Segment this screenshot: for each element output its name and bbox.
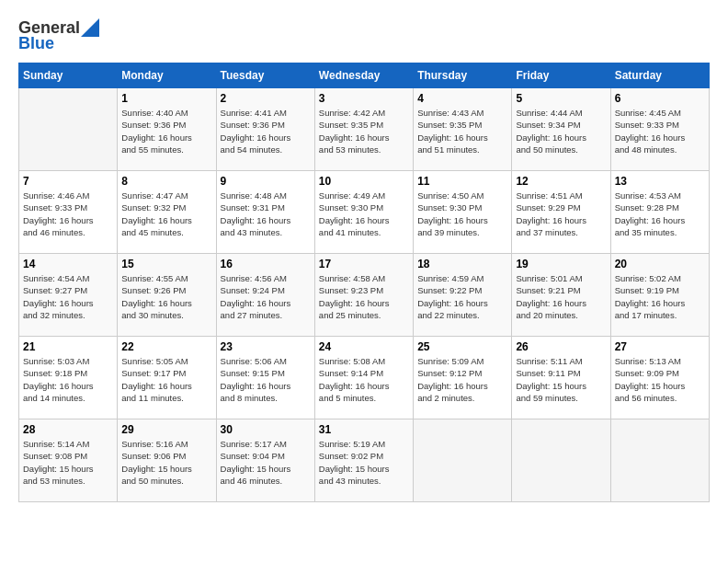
header: General Blue (18, 18, 710, 53)
day-info: Sunrise: 4:58 AM Sunset: 9:23 PM Dayligh… (319, 272, 409, 321)
day-number: 11 (417, 175, 507, 188)
header-day-friday: Friday (512, 63, 610, 88)
calendar-cell: 29Sunrise: 5:16 AM Sunset: 9:06 PM Dayli… (118, 419, 216, 502)
day-info: Sunrise: 5:14 AM Sunset: 9:08 PM Dayligh… (23, 438, 113, 487)
calendar-cell: 31Sunrise: 5:19 AM Sunset: 9:02 PM Dayli… (314, 419, 413, 502)
day-info: Sunrise: 5:08 AM Sunset: 9:14 PM Dayligh… (319, 355, 409, 404)
day-number: 5 (516, 92, 606, 105)
day-number: 23 (221, 340, 311, 353)
calendar-cell: 10Sunrise: 4:49 AM Sunset: 9:30 PM Dayli… (314, 171, 413, 254)
week-row-3: 14Sunrise: 4:54 AM Sunset: 9:27 PM Dayli… (19, 254, 710, 337)
calendar-table: SundayMondayTuesdayWednesdayThursdayFrid… (18, 63, 710, 502)
calendar-cell (19, 88, 118, 171)
day-info: Sunrise: 4:55 AM Sunset: 9:26 PM Dayligh… (121, 272, 211, 321)
day-number: 17 (319, 258, 409, 270)
week-row-5: 28Sunrise: 5:14 AM Sunset: 9:08 PM Dayli… (19, 419, 710, 502)
calendar-cell: 6Sunrise: 4:45 AM Sunset: 9:33 PM Daylig… (610, 88, 709, 171)
day-info: Sunrise: 5:17 AM Sunset: 9:04 PM Dayligh… (221, 438, 311, 487)
calendar-header: SundayMondayTuesdayWednesdayThursdayFrid… (19, 63, 710, 88)
day-info: Sunrise: 4:43 AM Sunset: 9:35 PM Dayligh… (417, 107, 507, 155)
calendar-cell: 15Sunrise: 4:55 AM Sunset: 9:26 PM Dayli… (118, 254, 216, 337)
calendar-cell: 22Sunrise: 5:05 AM Sunset: 9:17 PM Dayli… (118, 337, 216, 419)
calendar-cell: 24Sunrise: 5:08 AM Sunset: 9:14 PM Dayli… (314, 337, 413, 419)
day-number: 7 (23, 175, 113, 188)
calendar-cell (512, 419, 610, 502)
calendar-cell: 18Sunrise: 4:59 AM Sunset: 9:22 PM Dayli… (414, 254, 512, 337)
calendar-cell: 23Sunrise: 5:06 AM Sunset: 9:15 PM Dayli… (216, 337, 314, 419)
calendar-cell: 17Sunrise: 4:58 AM Sunset: 9:23 PM Dayli… (314, 254, 413, 337)
day-number: 19 (516, 258, 606, 270)
day-number: 20 (615, 258, 705, 270)
day-number: 27 (615, 340, 705, 353)
day-number: 29 (121, 423, 211, 436)
day-number: 4 (417, 92, 507, 105)
day-number: 15 (121, 258, 211, 270)
day-info: Sunrise: 5:19 AM Sunset: 9:02 PM Dayligh… (319, 438, 409, 487)
logo: General Blue (18, 18, 99, 53)
day-info: Sunrise: 4:44 AM Sunset: 9:34 PM Dayligh… (516, 107, 606, 155)
day-info: Sunrise: 4:53 AM Sunset: 9:28 PM Dayligh… (615, 190, 705, 238)
day-info: Sunrise: 4:46 AM Sunset: 9:33 PM Dayligh… (23, 190, 113, 238)
calendar-cell: 27Sunrise: 5:13 AM Sunset: 9:09 PM Dayli… (610, 337, 709, 419)
calendar-body: 1Sunrise: 4:40 AM Sunset: 9:36 PM Daylig… (19, 88, 710, 502)
calendar-cell: 19Sunrise: 5:01 AM Sunset: 9:21 PM Dayli… (512, 254, 610, 337)
calendar-cell: 8Sunrise: 4:47 AM Sunset: 9:32 PM Daylig… (118, 171, 216, 254)
calendar-cell: 28Sunrise: 5:14 AM Sunset: 9:08 PM Dayli… (19, 419, 118, 502)
day-info: Sunrise: 4:48 AM Sunset: 9:31 PM Dayligh… (221, 190, 311, 238)
day-info: Sunrise: 4:41 AM Sunset: 9:36 PM Dayligh… (221, 107, 311, 155)
day-number: 21 (23, 340, 113, 353)
day-info: Sunrise: 5:09 AM Sunset: 9:12 PM Dayligh… (417, 355, 507, 404)
day-info: Sunrise: 4:42 AM Sunset: 9:35 PM Dayligh… (319, 107, 409, 155)
calendar-cell (610, 419, 709, 502)
day-info: Sunrise: 4:56 AM Sunset: 9:24 PM Dayligh… (221, 272, 311, 321)
day-number: 12 (516, 175, 606, 188)
calendar-cell: 12Sunrise: 4:51 AM Sunset: 9:29 PM Dayli… (512, 171, 610, 254)
header-day-tuesday: Tuesday (216, 63, 314, 88)
calendar-cell: 14Sunrise: 4:54 AM Sunset: 9:27 PM Dayli… (19, 254, 118, 337)
day-info: Sunrise: 5:16 AM Sunset: 9:06 PM Dayligh… (121, 438, 211, 487)
day-info: Sunrise: 4:54 AM Sunset: 9:27 PM Dayligh… (23, 272, 113, 321)
day-info: Sunrise: 4:51 AM Sunset: 9:29 PM Dayligh… (516, 190, 606, 238)
day-number: 18 (417, 258, 507, 270)
day-number: 26 (516, 340, 606, 353)
calendar-cell: 3Sunrise: 4:42 AM Sunset: 9:35 PM Daylig… (314, 88, 413, 171)
calendar-cell: 2Sunrise: 4:41 AM Sunset: 9:36 PM Daylig… (216, 88, 314, 171)
calendar-cell: 30Sunrise: 5:17 AM Sunset: 9:04 PM Dayli… (216, 419, 314, 502)
header-day-saturday: Saturday (610, 63, 709, 88)
day-info: Sunrise: 4:45 AM Sunset: 9:33 PM Dayligh… (615, 107, 705, 155)
header-day-thursday: Thursday (414, 63, 512, 88)
calendar-cell (414, 419, 512, 502)
header-day-sunday: Sunday (19, 63, 118, 88)
day-number: 25 (417, 340, 507, 353)
day-info: Sunrise: 5:11 AM Sunset: 9:11 PM Dayligh… (516, 355, 606, 404)
day-number: 13 (615, 175, 705, 188)
day-info: Sunrise: 4:40 AM Sunset: 9:36 PM Dayligh… (121, 107, 211, 155)
day-info: Sunrise: 4:59 AM Sunset: 9:22 PM Dayligh… (417, 272, 507, 321)
calendar-cell: 26Sunrise: 5:11 AM Sunset: 9:11 PM Dayli… (512, 337, 610, 419)
day-number: 24 (319, 340, 409, 353)
day-number: 3 (319, 92, 409, 105)
week-row-2: 7Sunrise: 4:46 AM Sunset: 9:33 PM Daylig… (19, 171, 710, 254)
calendar-cell: 9Sunrise: 4:48 AM Sunset: 9:31 PM Daylig… (216, 171, 314, 254)
day-info: Sunrise: 5:01 AM Sunset: 9:21 PM Dayligh… (516, 272, 606, 321)
calendar-cell: 13Sunrise: 4:53 AM Sunset: 9:28 PM Dayli… (610, 171, 709, 254)
calendar-cell: 7Sunrise: 4:46 AM Sunset: 9:33 PM Daylig… (19, 171, 118, 254)
week-row-1: 1Sunrise: 4:40 AM Sunset: 9:36 PM Daylig… (19, 88, 710, 171)
calendar-cell: 1Sunrise: 4:40 AM Sunset: 9:36 PM Daylig… (118, 88, 216, 171)
day-number: 8 (121, 175, 211, 188)
week-row-4: 21Sunrise: 5:03 AM Sunset: 9:18 PM Dayli… (19, 337, 710, 419)
day-number: 9 (221, 175, 311, 188)
day-number: 14 (23, 258, 113, 270)
day-info: Sunrise: 4:50 AM Sunset: 9:30 PM Dayligh… (417, 190, 507, 238)
day-number: 30 (221, 423, 311, 436)
day-info: Sunrise: 5:13 AM Sunset: 9:09 PM Dayligh… (615, 355, 705, 404)
header-row: SundayMondayTuesdayWednesdayThursdayFrid… (19, 63, 710, 88)
calendar-cell: 11Sunrise: 4:50 AM Sunset: 9:30 PM Dayli… (414, 171, 512, 254)
day-number: 6 (615, 92, 705, 105)
day-number: 22 (121, 340, 211, 353)
header-day-wednesday: Wednesday (314, 63, 413, 88)
day-number: 2 (221, 92, 311, 105)
logo-blue-text: Blue (18, 34, 99, 53)
calendar-cell: 5Sunrise: 4:44 AM Sunset: 9:34 PM Daylig… (512, 88, 610, 171)
day-info: Sunrise: 5:02 AM Sunset: 9:19 PM Dayligh… (615, 272, 705, 321)
